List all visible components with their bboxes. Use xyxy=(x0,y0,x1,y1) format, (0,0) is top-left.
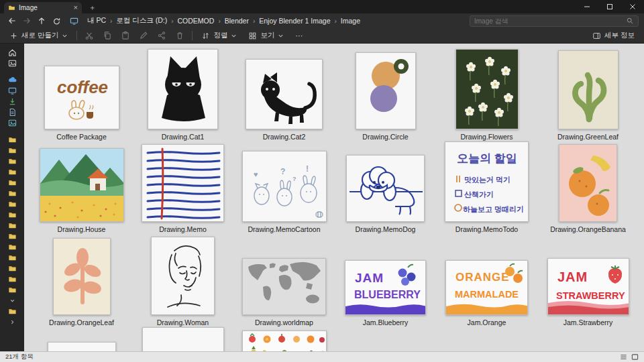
search-box[interactable] xyxy=(470,15,639,27)
file-thumbnail[interactable] xyxy=(346,155,425,222)
view-button[interactable]: 보기 xyxy=(246,29,286,42)
file-thumbnail[interactable] xyxy=(242,258,326,315)
copy-button[interactable] xyxy=(101,29,113,42)
file-thumbnail[interactable]: 오늘의 할일 맛있는거 먹기산책가기하늘보고 멍때리기 xyxy=(445,141,529,222)
file-thumbnail[interactable] xyxy=(455,49,519,129)
details-pane-button[interactable]: 세부 정보 xyxy=(590,29,637,42)
file-item[interactable]: Drawing.OrangeBanana xyxy=(537,141,639,234)
breadcrumb-separator-icon[interactable]: › xyxy=(335,17,337,25)
breadcrumb-item[interactable]: Enjoy Blender 1 Image xyxy=(257,16,332,25)
file-thumbnail[interactable] xyxy=(356,52,416,129)
file-item[interactable] xyxy=(233,327,335,351)
share-button[interactable] xyxy=(156,29,168,42)
file-item[interactable]: Drawing.Circle xyxy=(335,48,436,141)
file-item[interactable]: Drawing.GreenLeaf xyxy=(537,48,639,141)
breadcrumb-item[interactable]: 내 PC xyxy=(85,15,108,26)
file-thumbnail[interactable] xyxy=(40,148,124,222)
new-button[interactable]: 새로 만들기 xyxy=(7,29,70,42)
file-item[interactable]: Drawing.worldmap xyxy=(233,234,335,327)
rename-button[interactable] xyxy=(138,29,150,42)
file-item[interactable]: Drawing.Memo xyxy=(132,141,233,234)
sidebar-item[interactable] xyxy=(3,74,21,85)
file-item[interactable]: Drawing.House xyxy=(31,141,132,234)
file-item[interactable]: Drawing.Flowers xyxy=(436,48,537,141)
delete-button[interactable] xyxy=(174,29,186,42)
sidebar-item[interactable] xyxy=(3,145,21,156)
file-item[interactable] xyxy=(31,327,132,351)
sidebar-item[interactable] xyxy=(3,85,21,96)
minimize-button[interactable] xyxy=(576,0,598,13)
file-item[interactable]: Drawing.Cat1 xyxy=(132,48,233,141)
file-item[interactable]: Drawing.OrangeLeaf xyxy=(31,234,132,327)
sidebar-item[interactable] xyxy=(3,58,21,68)
file-thumbnail[interactable] xyxy=(142,144,224,222)
breadcrumb-item[interactable]: 로컬 디스크 (D:) xyxy=(114,15,169,26)
breadcrumb-item[interactable]: Blender xyxy=(223,16,251,25)
sidebar-item[interactable] xyxy=(3,107,21,117)
more-options-button[interactable]: ⋯ xyxy=(292,30,306,41)
sidebar-item[interactable] xyxy=(3,295,21,306)
sidebar-item[interactable] xyxy=(3,47,21,58)
forward-button[interactable] xyxy=(20,15,34,27)
sidebar-item[interactable] xyxy=(3,134,21,145)
file-thumbnail[interactable] xyxy=(246,59,323,129)
sidebar-item[interactable] xyxy=(3,156,21,166)
file-thumbnail[interactable] xyxy=(558,50,619,129)
maximize-button[interactable] xyxy=(598,0,621,13)
sidebar-item[interactable] xyxy=(3,252,21,263)
paste-button[interactable] xyxy=(119,29,131,42)
file-thumbnail[interactable] xyxy=(48,342,116,351)
file-thumbnail[interactable]: ♥??! xyxy=(242,151,327,222)
file-item[interactable]: Drawing.MemoDog xyxy=(335,141,436,234)
breadcrumb-item[interactable]: Image xyxy=(339,16,362,25)
breadcrumb-item[interactable]: CODEMOD xyxy=(176,16,217,25)
sidebar-item[interactable] xyxy=(3,263,21,274)
file-thumbnail[interactable]: coffee xyxy=(44,66,119,129)
thumbnail-view-icon[interactable] xyxy=(631,353,639,361)
search-input[interactable] xyxy=(474,17,626,25)
file-thumbnail[interactable] xyxy=(142,327,224,351)
explorer-tab[interactable]: Image × xyxy=(4,2,82,13)
details-view-icon[interactable] xyxy=(620,353,627,361)
file-item[interactable]: ORANGE MARMALADE Jam.Orange xyxy=(436,234,537,327)
sidebar-item[interactable] xyxy=(3,188,21,198)
sidebar-item[interactable] xyxy=(3,96,21,107)
file-thumbnail[interactable] xyxy=(242,330,327,351)
cut-button[interactable] xyxy=(83,29,95,42)
sidebar-item[interactable] xyxy=(3,166,21,177)
new-tab-button[interactable]: ＋ xyxy=(89,4,96,11)
breadcrumb-separator-icon[interactable]: › xyxy=(110,17,112,25)
file-item[interactable] xyxy=(132,327,233,351)
file-item[interactable]: coffee Coffee Package xyxy=(31,48,132,141)
breadcrumb-separator-icon[interactable]: › xyxy=(253,17,255,25)
sidebar-item[interactable] xyxy=(3,117,21,128)
sidebar-item[interactable] xyxy=(3,177,21,188)
close-button[interactable] xyxy=(621,0,644,13)
sidebar-item[interactable] xyxy=(3,274,21,284)
sidebar-item[interactable] xyxy=(3,241,21,252)
breadcrumb-separator-icon[interactable]: › xyxy=(218,17,220,25)
file-item[interactable]: ♥??! Drawing.MemoCartoon xyxy=(233,141,335,234)
file-item[interactable]: Drawing.Woman xyxy=(132,234,233,327)
sort-button[interactable]: 정렬 xyxy=(199,29,239,42)
file-thumbnail[interactable]: JAM BLUEBERRY xyxy=(345,260,426,315)
sidebar-item[interactable] xyxy=(3,306,21,316)
back-button[interactable] xyxy=(5,15,19,27)
file-item[interactable]: 오늘의 할일 맛있는거 먹기산책가기하늘보고 멍때리기 Drawing.Memo… xyxy=(436,141,537,234)
file-thumbnail[interactable] xyxy=(148,49,218,129)
sidebar-item[interactable] xyxy=(3,231,21,241)
file-thumbnail[interactable] xyxy=(151,237,215,315)
search-icon[interactable] xyxy=(626,17,634,25)
file-item[interactable]: JAM STRAWBERRY Jam.Strawberry xyxy=(537,234,639,327)
sidebar-item[interactable] xyxy=(3,198,21,209)
sidebar-item[interactable] xyxy=(3,220,21,231)
tab-close-icon[interactable]: × xyxy=(74,4,78,11)
file-item[interactable]: Drawing.Cat2 xyxy=(233,48,335,141)
sidebar-item[interactable] xyxy=(3,316,21,327)
file-thumbnail[interactable] xyxy=(53,238,111,315)
refresh-button[interactable] xyxy=(50,15,63,27)
breadcrumb-separator-icon[interactable]: › xyxy=(171,17,173,25)
file-thumbnail[interactable] xyxy=(559,144,617,222)
file-item[interactable]: JAM BLUEBERRY Jam.Blueberry xyxy=(335,234,436,327)
sidebar-item[interactable] xyxy=(3,209,21,220)
